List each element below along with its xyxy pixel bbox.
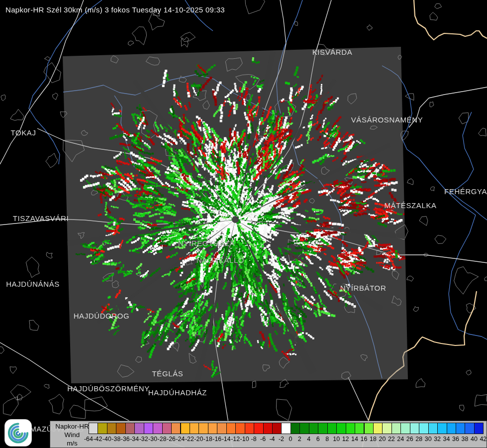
legend-cell (373, 423, 383, 434)
legend-cell (336, 423, 346, 434)
legend-cell (263, 423, 273, 434)
legend-cell (364, 423, 374, 434)
legend-cell (309, 423, 318, 434)
legend-cell (419, 423, 428, 434)
legend-cell (437, 423, 447, 434)
legend-cell (291, 423, 300, 434)
legend-cell (254, 423, 263, 434)
legend-cell (318, 423, 327, 434)
radar-map-page: Napkor-HR Szél 30km (m/s) 3 fokos Tuesda… (0, 0, 487, 448)
legend-cell (245, 423, 254, 434)
legend-cell (327, 423, 337, 434)
legend-cell (181, 423, 190, 434)
legend-cell (456, 423, 465, 434)
legend-cell (134, 423, 144, 434)
legend-cell (382, 423, 391, 434)
page-title: Napkor-HR Szél 30km (m/s) 3 fokos Tuesda… (5, 5, 225, 14)
legend-cell (116, 423, 125, 434)
legend-cell (198, 423, 208, 434)
legend-cell (144, 423, 153, 434)
legend-cell (226, 423, 236, 434)
legend-cell (125, 423, 135, 434)
legend-cell (465, 423, 474, 434)
legend-cell (447, 423, 456, 434)
legend-cell (97, 423, 107, 434)
legend-title: Napkor-HR Wind m/s (52, 422, 92, 448)
legend-cell (153, 423, 162, 434)
legend-cell (235, 423, 245, 434)
legend-cell (391, 423, 401, 434)
legend-cell (281, 423, 291, 434)
legend-cell (410, 423, 419, 434)
legend-cell (474, 423, 484, 434)
legend-tick-label: 42 (475, 436, 487, 443)
legend-cell (299, 423, 309, 434)
radar-map-canvas (0, 0, 487, 448)
legend-cell (107, 423, 116, 434)
legend-bar: Napkor-HR Wind m/s -64-42-40-38-36-34-32… (50, 421, 487, 448)
legend-cell (162, 423, 172, 434)
legend-cell (400, 423, 410, 434)
legend-cell (355, 423, 364, 434)
legend-cell (208, 423, 217, 434)
legend-cell (171, 423, 181, 434)
legend-cell (190, 423, 199, 434)
legend-cell (89, 423, 98, 434)
legend-cell (217, 423, 226, 434)
legend-cell (272, 423, 282, 434)
legend-title-site: Napkor-HR (52, 422, 92, 431)
radar-app-logo (4, 419, 32, 447)
legend-cell (428, 423, 438, 434)
legend-cell (346, 423, 355, 434)
